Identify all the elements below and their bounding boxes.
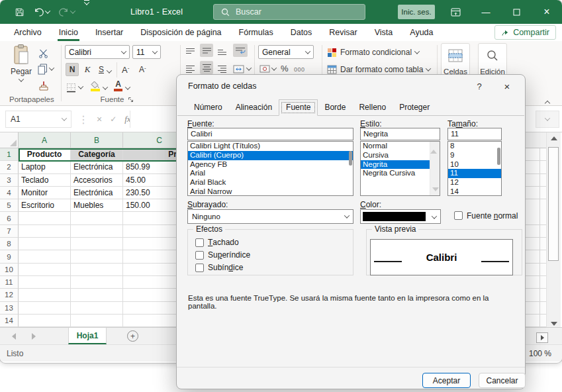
format-painter-icon[interactable] bbox=[38, 79, 49, 93]
size-list-item-selected[interactable]: 11 bbox=[448, 169, 501, 178]
cell[interactable] bbox=[19, 289, 71, 301]
next-sheet-icon[interactable] bbox=[32, 328, 36, 345]
cell[interactable] bbox=[19, 212, 71, 224]
save-icon[interactable] bbox=[12, 0, 27, 24]
font-list[interactable]: Calibri Light (Títulos) Calibri (Cuerpo)… bbox=[187, 141, 353, 196]
tab-datos[interactable]: Datos bbox=[282, 24, 321, 41]
style-list[interactable]: Normal Cursiva Negrita Negrita Cursiva bbox=[360, 141, 440, 196]
tab-ayuda[interactable]: Ayuda bbox=[401, 24, 442, 41]
italic-button[interactable]: K bbox=[82, 63, 93, 76]
scroll-up-icon[interactable] bbox=[547, 132, 561, 144]
expand-formula-bar-icon[interactable] bbox=[536, 111, 559, 128]
cell-a2[interactable]: Laptop bbox=[19, 161, 71, 173]
align-left-icon[interactable] bbox=[185, 62, 195, 75]
tab-insertar[interactable]: Insertar bbox=[87, 24, 132, 41]
cut-icon[interactable] bbox=[38, 46, 48, 60]
normal-font-checkbox[interactable]: Fuente normal bbox=[454, 211, 518, 220]
row-header[interactable]: 7 bbox=[0, 225, 19, 238]
cell[interactable] bbox=[19, 302, 71, 315]
align-right-icon[interactable] bbox=[217, 62, 227, 75]
row-header[interactable]: 12 bbox=[0, 289, 19, 301]
font-list-item-selected[interactable]: Calibri (Cuerpo) bbox=[188, 151, 353, 160]
dialog-close-icon[interactable]: × bbox=[500, 81, 514, 92]
cell-b2[interactable]: Electrónica bbox=[71, 161, 123, 173]
tab-archivo[interactable]: Archivo bbox=[5, 24, 50, 41]
underline-dropdown-icon[interactable] bbox=[107, 65, 111, 78]
checkbox-icon[interactable] bbox=[195, 238, 204, 247]
col-header-a[interactable]: A bbox=[19, 132, 71, 148]
font-style-input[interactable]: Negrita bbox=[360, 128, 440, 140]
style-list-item[interactable]: Cursiva bbox=[361, 151, 430, 160]
cell-b5[interactable]: Muebles bbox=[71, 199, 123, 212]
size-list-item[interactable]: 12 bbox=[448, 178, 501, 187]
fill-color-icon[interactable] bbox=[90, 79, 100, 93]
superscript-checkbox[interactable]: Superíndice bbox=[195, 250, 250, 260]
color-combo[interactable] bbox=[360, 209, 441, 224]
dialog-tab-numero[interactable]: Número bbox=[187, 100, 229, 115]
underline-combo[interactable]: Ninguno bbox=[187, 209, 353, 224]
row-header[interactable]: 6 bbox=[0, 212, 19, 224]
cell[interactable] bbox=[19, 238, 71, 250]
strikethrough-checkbox[interactable]: Tachado bbox=[195, 238, 239, 247]
vertical-scroll-thumb[interactable] bbox=[548, 147, 559, 261]
size-list-item[interactable]: 9 bbox=[448, 151, 501, 160]
cell-a3[interactable]: Teclado bbox=[19, 174, 71, 187]
style-list-item[interactable]: Normal bbox=[361, 142, 430, 151]
checkbox-icon[interactable] bbox=[195, 251, 204, 260]
row-header[interactable]: 2 bbox=[0, 161, 19, 173]
cell[interactable] bbox=[71, 250, 123, 263]
size-list[interactable]: 8 9 10 11 12 14 bbox=[447, 141, 502, 196]
percent-style-icon[interactable]: % bbox=[281, 62, 289, 75]
fill-color-dropdown-icon[interactable] bbox=[103, 81, 107, 95]
search-box[interactable]: Buscar bbox=[213, 4, 365, 20]
tab-disposicion[interactable]: Disposición de página bbox=[132, 24, 230, 41]
style-list-scrollbar[interactable] bbox=[430, 142, 440, 195]
accept-button[interactable]: Aceptar bbox=[422, 373, 471, 388]
row-header[interactable]: 9 bbox=[0, 250, 19, 263]
dialog-tab-borde[interactable]: Borde bbox=[318, 100, 352, 115]
name-box[interactable]: A1 bbox=[5, 111, 71, 128]
style-list-item-selected[interactable]: Negrita bbox=[361, 160, 430, 170]
align-center-icon[interactable] bbox=[200, 61, 213, 74]
tab-formulas[interactable]: Fórmulas bbox=[230, 24, 282, 41]
row-header[interactable]: 3 bbox=[0, 174, 19, 187]
row-header[interactable]: 10 bbox=[0, 264, 19, 276]
paste-button[interactable]: Pegar bbox=[7, 44, 36, 82]
font-color-dropdown-icon[interactable] bbox=[126, 81, 130, 95]
cell[interactable] bbox=[19, 264, 71, 276]
font-size-input[interactable]: 11 bbox=[447, 128, 502, 140]
font-name-input[interactable]: Calibri bbox=[187, 128, 353, 140]
wrap-text-icon[interactable] bbox=[233, 44, 248, 57]
color-dropdown-icon[interactable] bbox=[432, 213, 437, 219]
select-all-corner[interactable] bbox=[0, 132, 19, 148]
row-header[interactable]: 8 bbox=[0, 238, 19, 250]
minimize-button[interactable]: — bbox=[471, 0, 501, 24]
row-header[interactable]: 4 bbox=[0, 187, 19, 199]
cell-a4[interactable]: Monitor bbox=[19, 187, 71, 199]
cancel-button[interactable]: Cancelar bbox=[479, 373, 526, 388]
size-list-scrollbar[interactable] bbox=[497, 148, 500, 165]
row-header[interactable]: 1 bbox=[0, 148, 19, 161]
size-list-item[interactable]: 8 bbox=[448, 142, 501, 151]
row-header[interactable]: 5 bbox=[0, 199, 19, 212]
font-size-combo[interactable]: 11 bbox=[132, 45, 161, 59]
cell-b4[interactable]: Electrónica bbox=[71, 187, 123, 199]
cell[interactable] bbox=[71, 302, 123, 315]
font-name-combo[interactable]: Calibri bbox=[65, 45, 130, 59]
dialog-tab-proteger[interactable]: Proteger bbox=[393, 100, 436, 115]
dialog-tab-fuente[interactable]: Fuente bbox=[279, 99, 318, 116]
cell[interactable] bbox=[71, 315, 123, 327]
close-button[interactable]: × bbox=[532, 0, 562, 24]
borders-icon[interactable] bbox=[66, 81, 83, 94]
cell[interactable] bbox=[71, 264, 123, 276]
checkbox-icon[interactable] bbox=[195, 264, 204, 272]
cell-a1[interactable]: Producto bbox=[19, 148, 71, 161]
cell[interactable] bbox=[19, 225, 71, 238]
number-format-combo[interactable]: General bbox=[258, 45, 314, 59]
cell[interactable] bbox=[71, 276, 123, 289]
row-header[interactable]: 11 bbox=[0, 276, 19, 289]
subscript-checkbox[interactable]: Subíndice bbox=[195, 263, 243, 272]
undo-button[interactable] bbox=[31, 0, 52, 24]
cell[interactable] bbox=[71, 212, 123, 224]
vertical-scrollbar[interactable] bbox=[546, 132, 561, 329]
